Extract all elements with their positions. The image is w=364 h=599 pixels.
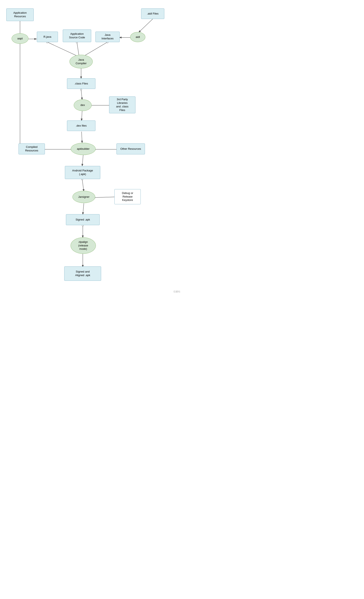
connector-circle <box>80 89 82 91</box>
apkbuilder-node: apkbuilder <box>71 143 96 155</box>
svg-line-2 <box>138 19 153 33</box>
dex-files-node: .dex files <box>67 121 95 131</box>
dex-node: dex <box>74 99 92 111</box>
svg-line-4 <box>47 42 77 56</box>
r-java-node: R.java <box>37 32 58 42</box>
compiled-resources-node: CompiledResources <box>18 143 45 154</box>
aidl-tool-node: aidl <box>130 32 145 42</box>
svg-line-9 <box>81 89 82 100</box>
signed-apk-node: Signed .apk <box>66 214 100 225</box>
debug-keystore-node: Debug orReleaseKeystore <box>114 189 141 204</box>
svg-line-16 <box>82 179 84 192</box>
svg-line-5 <box>77 42 79 56</box>
app-resources-node: Application Reources <box>6 9 34 21</box>
java-compiler-node: JavaCompiler <box>70 55 93 69</box>
android-package-node: Android Package(.apk) <box>65 166 100 179</box>
watermark: 仅建站 <box>173 290 180 293</box>
svg-line-11 <box>81 111 82 121</box>
diagram-container: Application Reources .aidl Files aapt R.… <box>0 0 182 295</box>
svg-line-12 <box>81 132 82 143</box>
class-files-node: .class Files <box>67 78 95 89</box>
svg-line-17 <box>94 197 115 198</box>
svg-line-15 <box>82 155 83 166</box>
aidl-files-node: .aidl Files <box>141 9 164 19</box>
svg-line-18 <box>83 203 84 215</box>
aapt-node: aapt <box>12 33 28 44</box>
app-source-code-node: ApplicationSource Code <box>63 29 91 42</box>
java-interfaces-node: JavaInterfaces <box>95 32 120 42</box>
third-party-node: 3rd PartyLibrariesand .classFiles <box>109 97 135 113</box>
jarsigner-node: Jarsigner <box>72 191 95 203</box>
zipalign-node: zipalign(releasemode) <box>71 237 96 254</box>
other-resources-node: Other Resources <box>116 143 145 154</box>
svg-line-6 <box>84 42 107 56</box>
signed-aligned-node: Signed andAligned .apk <box>64 266 101 281</box>
